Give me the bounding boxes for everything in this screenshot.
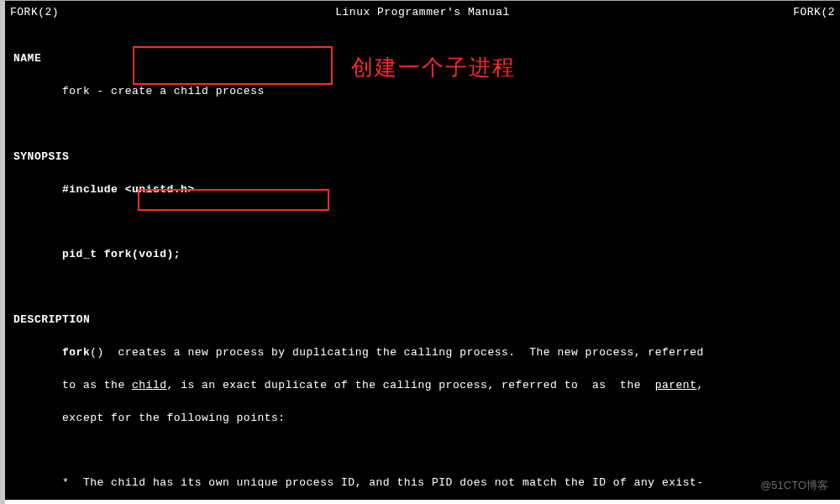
watermark-text: @51CTO博客 [760,477,828,494]
name-boxed-text: create a child process [104,85,265,97]
desc-l2c: , [696,379,703,391]
desc-boxed-text: creates a new process [118,346,264,359]
man-page-body: NAME fork - create a child process SYNOP… [5,26,840,501]
desc-l2b: , is an exact duplicate of the calling p… [167,379,655,391]
desc-l1b: () [90,346,118,359]
description-intro-l3: except for the following points: [13,410,835,427]
description-intro-l1: fork() creates a new process by duplicat… [13,344,835,361]
name-line: fork - create a child process [13,83,835,100]
annotation-text: 创建一个子进程 [351,51,516,84]
synopsis-signature: pid_t fork(void); [13,246,835,263]
desc-l1c: by duplicating the calling process. The … [265,346,704,359]
header-right: FORK(2 [793,4,835,21]
man-page-terminal: FORK(2) Linux Programmer's Manual FORK(2… [5,1,840,500]
description-intro-l2: to as the child, is an exact duplicate o… [13,377,835,394]
desc-l2a: to as the [62,379,132,391]
desc-fork-bold: fork [62,346,90,359]
section-description-heading: DESCRIPTION [13,312,835,328]
desc-child-underline: child [132,379,167,391]
desc-parent-underline: parent [655,379,697,391]
bullet-0-l1: * The child has its own unique process I… [13,475,835,491]
section-synopsis-heading: SYNOPSIS [13,149,835,165]
window-frame: FORK(2) Linux Programmer's Manual FORK(2… [0,0,840,504]
name-prefix: fork - [62,85,104,97]
header-left: FORK(2) [10,4,59,21]
synopsis-include: #include <unistd.h> [13,181,835,198]
header-center: Linux Programmer's Manual [335,4,510,21]
man-page-header: FORK(2) Linux Programmer's Manual FORK(2 [5,1,840,26]
